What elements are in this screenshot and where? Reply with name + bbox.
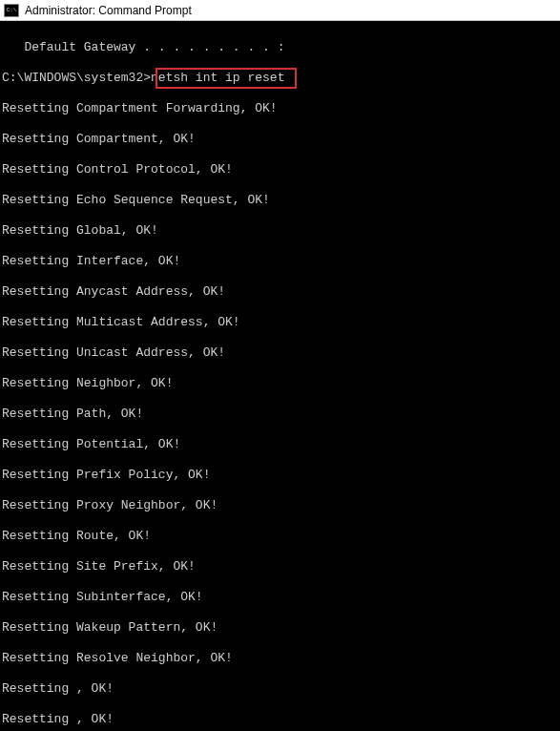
- output-line: Resetting Site Prefix, OK!: [2, 559, 558, 574]
- output-line: Resetting Echo Sequence Request, OK!: [2, 193, 558, 208]
- window-title-bar[interactable]: Administrator: Command Prompt: [0, 0, 560, 21]
- output-line: Resetting Path, OK!: [2, 407, 558, 422]
- output-line: Resetting Global, OK!: [2, 223, 558, 239]
- output-line: Resetting Subinterface, OK!: [2, 590, 558, 605]
- prompt-path: C:\WINDOWS\system32>: [2, 71, 151, 85]
- cmd-icon: [4, 4, 19, 17]
- output-line: Resetting , OK!: [2, 681, 558, 697]
- output-line: Resetting Proxy Neighbor, OK!: [2, 498, 558, 513]
- output-line: Resetting Compartment, OK!: [2, 132, 558, 147]
- output-line: Resetting Route, OK!: [2, 529, 558, 544]
- output-line: Resetting Compartment Forwarding, OK!: [2, 101, 558, 116]
- output-line: Resetting Anycast Address, OK!: [2, 284, 558, 300]
- output-line: Resetting Resolve Neighbor, OK!: [2, 651, 558, 666]
- terminal-output[interactable]: Default Gateway . . . . . . . . . : C:\W…: [0, 21, 560, 731]
- output-line: Resetting Potential, OK!: [2, 437, 558, 452]
- command-text: netsh int ip reset: [151, 71, 284, 85]
- output-line: Resetting Prefix Policy, OK!: [2, 468, 558, 483]
- output-line: Resetting Wakeup Pattern, OK!: [2, 620, 558, 636]
- output-line: Resetting Neighbor, OK!: [2, 376, 558, 391]
- output-line: Resetting Unicast Address, OK!: [2, 345, 558, 361]
- output-line: Resetting Multicast Address, OK!: [2, 315, 558, 330]
- output-line: Resetting , OK!: [2, 712, 558, 727]
- output-line: Resetting Control Protocol, OK!: [2, 162, 558, 178]
- output-line: Resetting Interface, OK!: [2, 254, 558, 269]
- output-line: Default Gateway . . . . . . . . . :: [2, 40, 558, 55]
- prompt-line: C:\WINDOWS\system32>netsh int ip reset: [2, 71, 558, 86]
- window-title: Administrator: Command Prompt: [25, 4, 192, 17]
